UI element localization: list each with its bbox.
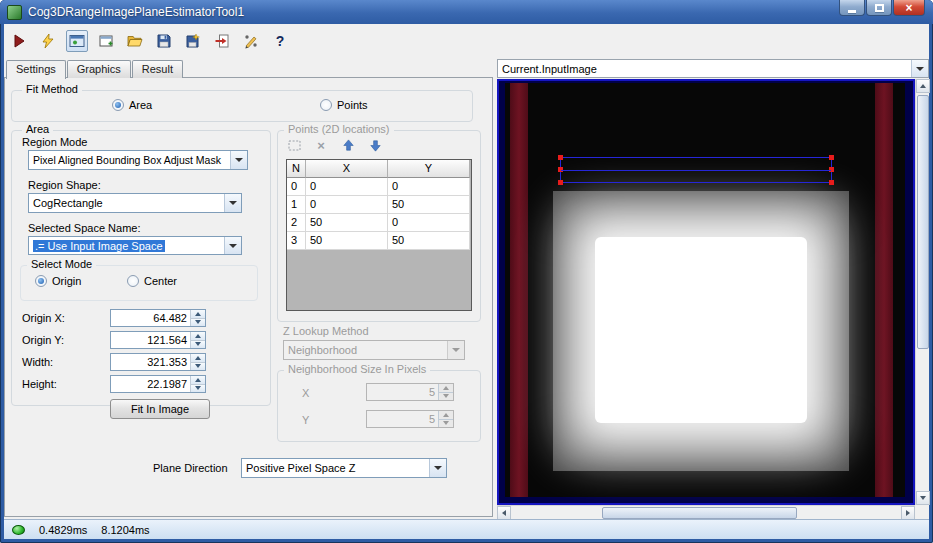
z-lookup-value: Neighborhood xyxy=(284,341,447,359)
spin-down-button[interactable] xyxy=(439,392,453,401)
status-time-2: 8.1204ms xyxy=(101,524,149,536)
points-cell[interactable]: 3 xyxy=(287,232,306,250)
points-col-x[interactable]: X xyxy=(306,160,388,178)
region-handle[interactable] xyxy=(558,155,563,160)
vertical-scrollbar[interactable] xyxy=(915,79,929,505)
move-up-button[interactable] xyxy=(340,137,356,153)
select-mode-center-radio[interactable]: Center xyxy=(127,275,177,287)
points-cell[interactable]: 0 xyxy=(306,196,388,214)
save-image-button[interactable] xyxy=(182,30,204,52)
region-handle[interactable] xyxy=(558,167,563,172)
delete-point-button[interactable]: × xyxy=(313,137,329,153)
points-cell[interactable]: 0 xyxy=(306,178,388,196)
spin-down-button[interactable] xyxy=(439,419,453,428)
minimize-button[interactable] xyxy=(839,0,865,16)
z-lookup-select[interactable]: Neighborhood xyxy=(283,340,465,360)
region-mode-select[interactable]: Pixel Aligned Bounding Box Adjust Mask xyxy=(28,150,248,170)
selected-space-select[interactable]: .= Use Input Image Space xyxy=(28,236,242,255)
points-cell[interactable]: 1 xyxy=(287,196,306,214)
spin-down-button[interactable] xyxy=(191,362,205,371)
scroll-right-button[interactable] xyxy=(901,506,915,520)
vertical-scrollbar-thumb[interactable] xyxy=(917,95,929,349)
region-shape-select[interactable]: CogRectangle xyxy=(28,193,242,213)
height-field[interactable]: 22.1987 xyxy=(110,375,206,393)
origin-x-field[interactable]: 64.482 xyxy=(110,309,206,327)
new-point-button[interactable] xyxy=(286,137,302,153)
region-handle[interactable] xyxy=(829,180,834,185)
spin-up-button[interactable] xyxy=(191,354,205,362)
import-button[interactable] xyxy=(211,30,233,52)
origin-y-field[interactable]: 121.564 xyxy=(110,331,206,349)
chevron-down-icon xyxy=(447,341,464,359)
points-cell[interactable]: 2 xyxy=(287,214,306,232)
run-button[interactable] xyxy=(8,30,30,52)
points-cell[interactable]: 0 xyxy=(388,214,470,232)
spin-down-button[interactable] xyxy=(191,384,205,393)
edit-button[interactable] xyxy=(240,30,262,52)
points-table[interactable]: N X Y 0 0 0 1 0 50 2 50 0 3 50 xyxy=(286,159,472,311)
points-cell[interactable]: 0 xyxy=(287,178,306,196)
select-mode-origin-radio[interactable]: Origin xyxy=(35,275,81,287)
fit-method-group: Fit Method Area Points xyxy=(11,90,473,122)
region-handle[interactable] xyxy=(558,180,563,185)
spin-up-button[interactable] xyxy=(439,384,453,392)
chevron-down-icon[interactable] xyxy=(224,194,241,212)
tab-graphics[interactable]: Graphics xyxy=(67,60,131,78)
chevron-down-icon[interactable] xyxy=(911,60,928,77)
open-button[interactable] xyxy=(124,30,146,52)
points-cell[interactable]: 0 xyxy=(388,178,470,196)
points-cell[interactable]: 50 xyxy=(306,214,388,232)
fit-method-points-radio[interactable]: Points xyxy=(320,99,368,111)
width-field[interactable]: 321.353 xyxy=(110,353,206,371)
chevron-down-icon[interactable] xyxy=(224,237,241,254)
spin-up-button[interactable] xyxy=(191,332,205,340)
image-source-select[interactable]: Current.InputImage xyxy=(497,59,929,78)
chevron-down-icon[interactable] xyxy=(429,459,446,477)
fit-method-area-radio[interactable]: Area xyxy=(112,99,152,111)
scroll-up-button[interactable] xyxy=(916,79,930,93)
help-button[interactable]: ? xyxy=(269,30,291,52)
region-handle[interactable] xyxy=(829,155,834,160)
arrow-down-icon xyxy=(368,138,383,153)
neighborhood-x-label: X xyxy=(302,387,309,399)
plane-direction-label: Plane Direction xyxy=(153,462,228,474)
spinner xyxy=(190,332,205,348)
image-viewport[interactable] xyxy=(497,79,915,505)
electric-run-button[interactable] xyxy=(37,30,59,52)
origin-y-label: Origin Y: xyxy=(22,334,64,346)
horizontal-scrollbar[interactable] xyxy=(497,505,915,519)
points-cell[interactable]: 50 xyxy=(306,232,388,250)
region-mode-label: Region Mode xyxy=(22,136,87,148)
plane-direction-select[interactable]: Positive Pixel Space Z xyxy=(241,458,447,478)
red-stripe-right xyxy=(875,83,893,497)
scroll-down-button[interactable] xyxy=(916,491,930,505)
tab-result[interactable]: Result xyxy=(132,60,183,78)
interactive-graphics-button[interactable] xyxy=(66,30,88,52)
move-down-button[interactable] xyxy=(367,137,383,153)
tab-settings[interactable]: Settings xyxy=(6,60,66,79)
spin-down-button[interactable] xyxy=(191,340,205,349)
fit-in-image-button[interactable]: Fit In Image xyxy=(110,399,210,419)
horizontal-scrollbar-thumb[interactable] xyxy=(602,507,797,519)
spin-up-button[interactable] xyxy=(191,310,205,318)
points-cell[interactable]: 50 xyxy=(388,196,470,214)
neighborhood-y-field[interactable]: 5 xyxy=(366,410,454,428)
scroll-left-button[interactable] xyxy=(497,506,511,520)
chevron-down-icon[interactable] xyxy=(230,151,247,169)
floating-window-button[interactable] xyxy=(95,30,117,52)
points-col-n[interactable]: N xyxy=(287,160,306,178)
region-overlay[interactable] xyxy=(560,157,832,183)
points-cell[interactable]: 50 xyxy=(388,232,470,250)
save-button[interactable] xyxy=(153,30,175,52)
region-handle[interactable] xyxy=(829,167,834,172)
region-shape-label: Region Shape: xyxy=(28,179,101,191)
points-col-y[interactable]: Y xyxy=(388,160,470,178)
radio-icon xyxy=(127,275,139,287)
spin-up-button[interactable] xyxy=(191,376,205,384)
spin-down-button[interactable] xyxy=(191,318,205,327)
spin-up-button[interactable] xyxy=(439,411,453,419)
close-button[interactable]: × xyxy=(893,0,925,16)
maximize-button[interactable] xyxy=(866,0,892,16)
status-bar: 0.4829ms 8.1204ms xyxy=(4,519,929,539)
neighborhood-x-field[interactable]: 5 xyxy=(366,383,454,401)
